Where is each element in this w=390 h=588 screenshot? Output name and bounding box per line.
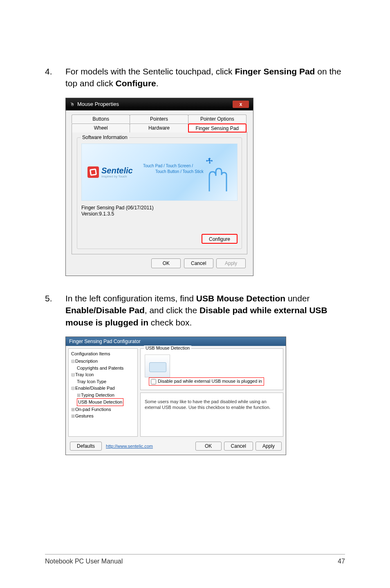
apply-button[interactable]: Apply [216, 258, 246, 268]
mouse-icon: 🖱 [70, 101, 75, 107]
close-button[interactable]: x [233, 101, 249, 108]
step5-number: 5. [45, 292, 65, 328]
footer-left: Notebook PC User Manual [45, 558, 123, 565]
configuration-items-panel: Configuration Items ⊟Description Copyrig… [68, 348, 138, 437]
fsp-version-line1: Finger Sensing Pad (06/17/2011) [81, 205, 238, 211]
step5-t1: In the left configuration items, find [65, 294, 196, 303]
defaults-button[interactable]: Defaults [70, 442, 102, 451]
configurator-dialog: Finger Sensing Pad Configurator Configur… [65, 337, 286, 455]
disable-pad-checkbox-wrap[interactable]: Disable pad while external USB mouse is … [149, 377, 264, 386]
tree-enable-disable-pad[interactable]: ⊟Enable/Disable Pad [71, 385, 135, 392]
tree-enable-disable-label: Enable/Disable Pad [75, 386, 115, 391]
footer-page-number: 47 [338, 558, 345, 565]
step5-text: In the left configuration items, find US… [65, 292, 345, 328]
step5-b2: Enable/Disable Pad [65, 305, 145, 315]
tab-finger-sensing-pad[interactable]: Finger Sensing Pad [188, 123, 247, 132]
configuration-items-label: Configuration Items [71, 351, 135, 356]
configurator-title: Finger Sensing Pad Configurator [66, 337, 286, 346]
tree-on-pad-functions[interactable]: ⊞On-pad Functions [71, 406, 135, 413]
step5-t2: under [285, 294, 310, 303]
step5-b1: USB Mouse Detection [196, 294, 285, 303]
disable-pad-checkbox[interactable] [151, 379, 156, 384]
mouse-properties-title: Mouse Properties [77, 101, 119, 107]
tree-description[interactable]: ⊟Description [71, 358, 135, 365]
tab-wheel[interactable]: Wheel [72, 123, 130, 132]
tree-typing-label: Typing Detection [81, 393, 114, 397]
cancel-button[interactable]: Cancel [184, 258, 213, 268]
tree-tray-icon-label: Tray Icon [75, 372, 94, 377]
cfg-cancel-button[interactable]: Cancel [224, 442, 253, 451]
tree-typing-detection[interactable]: ⊞Typing Detection [71, 392, 135, 399]
step4-number: 4. [45, 65, 65, 90]
tree-tray-icon-type[interactable]: Tray Icon Type [71, 378, 135, 385]
software-information-label: Software Information [81, 135, 129, 140]
sentelic-banner: Sentelic Inspired by Touch Touch Pad / T… [81, 144, 238, 201]
description-group: Some users may like to have the pad disa… [140, 393, 283, 437]
tree-gestures[interactable]: ⊞Gestures [71, 413, 135, 420]
usb-mouse-detection-title: USB Mouse Detection [144, 346, 191, 350]
tree-usb-mouse-detection[interactable]: USB Mouse Detection [71, 398, 135, 406]
fsp-version-line2: Version:9.1.3.5 [81, 211, 238, 218]
sentelic-logo-icon [87, 166, 99, 178]
configure-button[interactable]: Configure [202, 234, 238, 244]
step4-bold1: Finger Sensing Pad [235, 67, 315, 76]
disable-pad-checkbox-label: Disable pad while external USB mouse is … [158, 379, 262, 384]
step4-text: For models with the Sentelic touchpad, c… [65, 65, 345, 90]
step5-t3: , and click the [145, 305, 199, 315]
cfg-apply-button[interactable]: Apply [256, 442, 282, 451]
mouse-properties-dialog: 🖱 Mouse Properties x Buttons Pointers Po… [65, 98, 253, 276]
tree-onpad-label: On-pad Functions [75, 407, 111, 412]
usb-mouse-detection-group: USB Mouse Detection Disable pad while ex… [140, 348, 283, 390]
touchpad-thumbnail [145, 355, 170, 377]
tab-pointers[interactable]: Pointers [130, 114, 188, 123]
finger-icon [205, 164, 230, 192]
tree-tray-icon[interactable]: ⊟Tray Icon [71, 371, 135, 378]
tab-pointer-options[interactable]: Pointer Options [188, 114, 247, 123]
step4-part1: For models with the Sentelic touchpad, c… [65, 67, 235, 76]
mouse-properties-titlebar: 🖱 Mouse Properties x [66, 98, 253, 110]
step4-after: . [156, 79, 159, 88]
sentelic-logo-text: Sentelic [101, 166, 133, 175]
description-text: Some users may like to have the pad disa… [145, 399, 279, 411]
cfg-ok-button[interactable]: OK [195, 442, 222, 451]
step4-bold2: Configure [116, 79, 156, 88]
tree-usb-mouse-label: USB Mouse Detection [77, 398, 123, 406]
tab-buttons[interactable]: Buttons [72, 114, 130, 123]
sentelic-link[interactable]: http://www.sentelic.com [106, 444, 153, 449]
tree-copyrights[interactable]: Copyrights and Patents [71, 365, 135, 372]
ok-button[interactable]: OK [151, 258, 181, 268]
step5-t4: check box. [148, 318, 192, 327]
tree-gestures-label: Gestures [75, 413, 94, 418]
tree-description-label: Description [75, 359, 98, 364]
tab-hardware[interactable]: Hardware [130, 123, 188, 132]
banner-line1: Touch Pad / Touch Screen / [143, 164, 193, 168]
